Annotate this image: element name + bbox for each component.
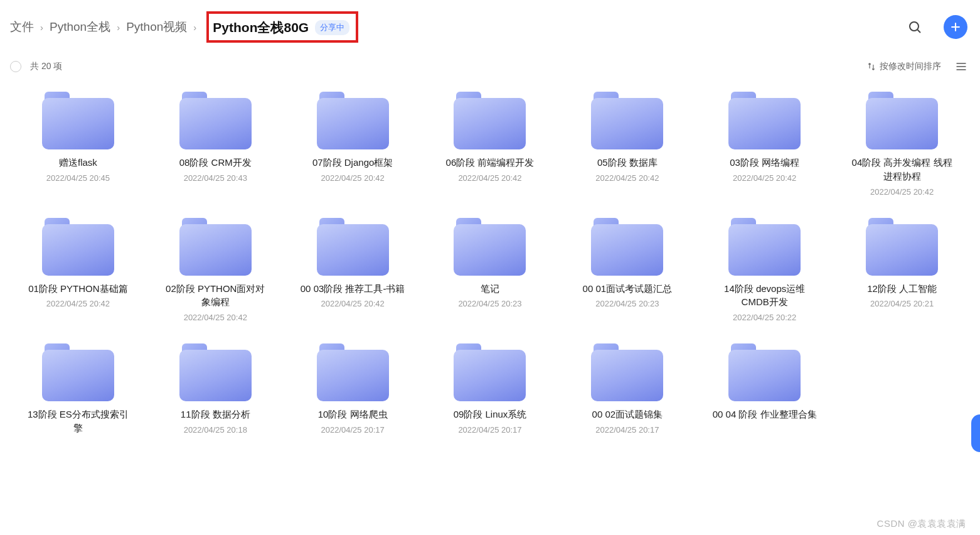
sort-icon bbox=[867, 62, 876, 71]
breadcrumb-item[interactable]: Python视频 bbox=[126, 19, 187, 35]
watermark: CSDN @袁袁袁袁满 bbox=[877, 518, 966, 530]
folder-date: 2022/04/25 20:43 bbox=[184, 173, 247, 183]
chevron-right-icon: › bbox=[40, 22, 43, 33]
folder-date: 2022/04/25 20:45 bbox=[46, 173, 110, 183]
folder-icon bbox=[179, 343, 252, 401]
folder-icon bbox=[591, 218, 663, 276]
sort-label-text: 按修改时间排序 bbox=[880, 61, 941, 72]
chevron-right-icon: › bbox=[193, 22, 196, 33]
folder-date: 2022/04/25 20:42 bbox=[184, 313, 247, 322]
folder-name: 01阶段 PYTHON基础篇 bbox=[28, 282, 127, 296]
folder-name: 03阶段 网络编程 bbox=[730, 156, 799, 170]
breadcrumb: 文件 › Python全栈 › Python视频 › Python全栈80G 分… bbox=[10, 11, 358, 43]
folder-name: 05阶段 数据库 bbox=[597, 156, 658, 170]
folder-name: 07阶段 Django框架 bbox=[312, 156, 393, 170]
svg-point-0 bbox=[910, 22, 919, 31]
folder-item[interactable]: 00 01面试考试题汇总2022/04/25 20:23 bbox=[560, 213, 694, 328]
folder-item[interactable]: 03阶段 网络编程2022/04/25 20:42 bbox=[698, 87, 831, 202]
folder-date: 2022/04/25 20:23 bbox=[458, 299, 521, 308]
folder-date: 2022/04/25 20:18 bbox=[184, 425, 247, 435]
breadcrumb-current-highlight: Python全栈80G 分享中 bbox=[206, 11, 358, 43]
folder-item[interactable]: 05阶段 数据库2022/04/25 20:42 bbox=[560, 87, 694, 202]
folder-date: 2022/04/25 20:42 bbox=[321, 299, 385, 308]
side-tab[interactable] bbox=[971, 414, 980, 452]
folder-name: 笔记 bbox=[481, 282, 499, 296]
folder-item[interactable]: 11阶段 数据分析2022/04/25 20:18 bbox=[149, 338, 282, 444]
folder-date: 2022/04/25 20:42 bbox=[321, 173, 385, 183]
folder-icon bbox=[317, 218, 389, 276]
folder-date: 2022/04/25 20:17 bbox=[458, 425, 521, 435]
folder-name: 11阶段 数据分析 bbox=[181, 408, 250, 421]
folder-date: 2022/04/25 20:22 bbox=[733, 313, 796, 322]
folder-date: 2022/04/25 20:23 bbox=[595, 299, 659, 308]
folder-date: 2022/04/25 20:42 bbox=[870, 187, 934, 197]
folder-item[interactable]: 13阶段 ES分布式搜索引擎 bbox=[11, 338, 145, 444]
folder-item[interactable]: 06阶段 前端编程开发2022/04/25 20:42 bbox=[423, 87, 557, 202]
folder-grid: 赠送flask2022/04/25 20:4508阶段 CRM开发2022/04… bbox=[0, 79, 980, 451]
folder-name: 13阶段 ES分布式搜索引擎 bbox=[24, 408, 131, 435]
header: 文件 › Python全栈 › Python视频 › Python全栈80G 分… bbox=[0, 0, 980, 54]
folder-name: 赠送flask bbox=[59, 156, 97, 170]
folder-item[interactable]: 09阶段 Linux系统2022/04/25 20:17 bbox=[423, 338, 557, 444]
folder-icon bbox=[866, 92, 938, 149]
folder-name: 00 04 阶段 作业整理合集 bbox=[713, 408, 817, 421]
folder-icon bbox=[179, 92, 252, 149]
folder-item[interactable]: 00 04 阶段 作业整理合集 bbox=[698, 338, 831, 444]
breadcrumb-item[interactable]: 文件 bbox=[10, 19, 34, 35]
folder-icon bbox=[42, 218, 114, 276]
folder-name: 06阶段 前端编程开发 bbox=[446, 156, 535, 170]
folder-name: 00 03阶段 推荐工具-书籍 bbox=[301, 282, 405, 296]
select-all-checkbox[interactable] bbox=[10, 61, 21, 72]
folder-date: 2022/04/25 20:17 bbox=[595, 425, 659, 435]
folder-icon bbox=[866, 218, 938, 276]
chevron-right-icon: › bbox=[117, 22, 120, 33]
folder-item[interactable]: 01阶段 PYTHON基础篇2022/04/25 20:42 bbox=[11, 213, 145, 328]
folder-item[interactable]: 02阶段 PYTHON面对对象编程2022/04/25 20:42 bbox=[149, 213, 282, 328]
folder-name: 10阶段 网络爬虫 bbox=[318, 408, 388, 421]
toolbar-left: 共 20 项 bbox=[10, 61, 62, 72]
folder-name: 00 01面试考试题汇总 bbox=[583, 282, 673, 296]
folder-name: 02阶段 PYTHON面对对象编程 bbox=[162, 282, 269, 310]
folder-icon bbox=[42, 343, 114, 401]
folder-item[interactable]: 00 03阶段 推荐工具-书籍2022/04/25 20:42 bbox=[286, 213, 420, 328]
folder-name: 08阶段 CRM开发 bbox=[179, 156, 252, 170]
folder-item[interactable]: 08阶段 CRM开发2022/04/25 20:43 bbox=[149, 87, 282, 202]
sort-button[interactable]: 按修改时间排序 bbox=[867, 61, 941, 72]
folder-item[interactable]: 00 02面试题锦集2022/04/25 20:17 bbox=[560, 338, 694, 444]
folder-icon bbox=[728, 218, 801, 276]
folder-date: 2022/04/25 20:42 bbox=[46, 299, 110, 308]
folder-icon bbox=[454, 218, 526, 276]
add-button[interactable] bbox=[944, 15, 967, 39]
search-icon[interactable] bbox=[907, 19, 922, 35]
share-badge[interactable]: 分享中 bbox=[315, 20, 349, 35]
toolbar-right: 按修改时间排序 bbox=[867, 60, 967, 73]
folder-name: 00 02面试题锦集 bbox=[592, 408, 663, 421]
folder-icon bbox=[728, 92, 801, 149]
folder-icon bbox=[591, 92, 663, 149]
folder-item[interactable]: 赠送flask2022/04/25 20:45 bbox=[11, 87, 145, 202]
folder-name: 14阶段 devops运维CMDB开发 bbox=[711, 282, 818, 310]
folder-date: 2022/04/25 20:21 bbox=[870, 299, 934, 308]
breadcrumb-current: Python全栈80G bbox=[213, 19, 309, 36]
folder-item[interactable]: 04阶段 高并发编程 线程进程协程2022/04/25 20:42 bbox=[835, 87, 969, 202]
header-actions bbox=[907, 15, 967, 39]
folder-icon bbox=[179, 218, 252, 276]
folder-date: 2022/04/25 20:42 bbox=[595, 173, 659, 183]
folder-item[interactable]: 07阶段 Django框架2022/04/25 20:42 bbox=[286, 87, 420, 202]
folder-item[interactable]: 12阶段 人工智能2022/04/25 20:21 bbox=[835, 213, 969, 328]
folder-item[interactable]: 10阶段 网络爬虫2022/04/25 20:17 bbox=[286, 338, 420, 444]
folder-name: 12阶段 人工智能 bbox=[867, 282, 937, 296]
folder-item[interactable]: 笔记2022/04/25 20:23 bbox=[423, 213, 557, 328]
folder-date: 2022/04/25 20:42 bbox=[458, 173, 521, 183]
folder-item[interactable]: 14阶段 devops运维CMDB开发2022/04/25 20:22 bbox=[698, 213, 831, 328]
folder-icon bbox=[728, 343, 801, 401]
folder-icon bbox=[591, 343, 663, 401]
breadcrumb-item[interactable]: Python全栈 bbox=[50, 19, 110, 35]
view-mode-icon[interactable] bbox=[955, 60, 967, 73]
folder-icon bbox=[42, 92, 114, 149]
folder-icon bbox=[454, 343, 526, 401]
folder-date: 2022/04/25 20:42 bbox=[733, 173, 796, 183]
item-count-label: 共 20 项 bbox=[30, 61, 62, 72]
folder-name: 09阶段 Linux系统 bbox=[454, 408, 527, 421]
svg-line-1 bbox=[918, 30, 921, 33]
